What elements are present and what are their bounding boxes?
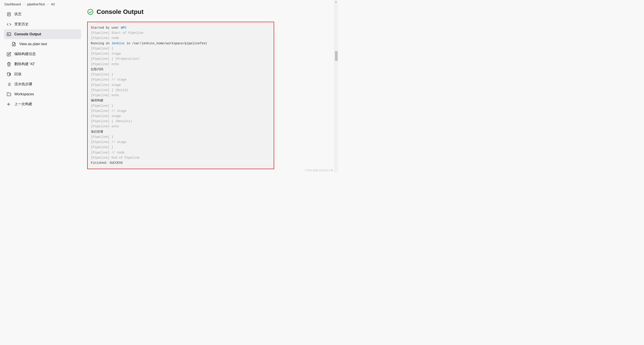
- console-line: [Pipeline] }: [91, 145, 113, 149]
- redo-icon: [7, 72, 11, 77]
- console-line: [Pipeline] // stage: [91, 78, 126, 82]
- trash-icon: [7, 62, 11, 67]
- success-check-icon: [87, 9, 94, 15]
- console-line: [Pipeline] echo: [91, 94, 119, 97]
- sidebar-item-label: 删除构建 '#2': [14, 62, 35, 67]
- sidebar-item-label: 流水线步骤: [14, 82, 32, 87]
- sidebar-item-delete-build[interactable]: 删除构建 '#2': [4, 59, 81, 69]
- console-line: Running on: [91, 42, 111, 45]
- node-link[interactable]: Jenkins: [111, 42, 124, 45]
- folder-icon: [7, 92, 11, 96]
- console-line-finished: Finished: SUCCESS: [91, 161, 123, 165]
- console-line: [Pipeline] // stage: [91, 109, 126, 113]
- scrollbar-vertical[interactable]: ▴: [334, 0, 338, 173]
- console-line: [Pipeline] { (Build): [91, 88, 128, 92]
- main-content: Console Output Started by user WPC [Pipe…: [83, 8, 336, 173]
- svg-point-16: [88, 9, 93, 14]
- console-line: [Pipeline] }: [91, 104, 113, 108]
- console-line: [Pipeline] node: [91, 36, 119, 40]
- console-line: [Pipeline] }: [91, 135, 113, 139]
- console-line: Started by user: [91, 26, 121, 30]
- console-line: 编译构建: [91, 99, 103, 102]
- breadcrumb-item-job[interactable]: pipelineTest: [27, 2, 45, 6]
- console-line: [Pipeline] { (Results): [91, 120, 132, 123]
- sidebar-item-label: 回放: [14, 72, 22, 77]
- console-output-box: Started by user WPC [Pipeline] Start of …: [87, 22, 274, 169]
- sidebar-item-workspaces[interactable]: Workspaces: [4, 89, 81, 99]
- breadcrumb-item-build[interactable]: #2: [51, 2, 55, 6]
- terminal-icon: [7, 32, 11, 37]
- console-line: [Pipeline] echo: [91, 63, 119, 66]
- user-link[interactable]: WPC: [121, 26, 126, 30]
- list-icon: [7, 82, 11, 87]
- sidebar: 状态 变更历史 Console Output View as plain tex…: [2, 8, 83, 173]
- chevron-right-icon: ›: [48, 3, 48, 6]
- chevron-right-icon: ›: [24, 3, 24, 6]
- console-line: [Pipeline] // stage: [91, 140, 126, 144]
- console-line: [Pipeline] Start of Pipeline: [91, 31, 143, 35]
- sidebar-item-label: 状态: [14, 12, 22, 17]
- sidebar-item-previous-build[interactable]: 上一次构建: [4, 99, 81, 109]
- code-icon: [7, 22, 11, 27]
- console-line: [Pipeline] echo: [91, 125, 119, 128]
- console-line: [Pipeline] stage: [91, 83, 121, 87]
- arrow-left-icon: [7, 102, 11, 107]
- console-line: [Pipeline] stage: [91, 52, 121, 56]
- console-line: [Pipeline] End of Pipeline: [91, 156, 140, 160]
- sidebar-item-status[interactable]: 状态: [4, 9, 81, 19]
- edit-icon: [7, 52, 11, 56]
- scroll-up-arrow-icon[interactable]: ▴: [336, 1, 336, 3]
- sidebar-item-changes[interactable]: 变更历史: [4, 19, 81, 29]
- console-line: [Pipeline] {: [91, 47, 113, 50]
- sidebar-item-replay[interactable]: 回放: [4, 69, 81, 79]
- file-text-icon: [7, 12, 11, 17]
- sidebar-item-pipeline-steps[interactable]: 流水线步骤: [4, 79, 81, 89]
- breadcrumb: Dashboard › pipelineTest › #2: [0, 0, 338, 8]
- sidebar-item-edit-build[interactable]: 编辑构建信息: [4, 49, 81, 59]
- sidebar-item-console-output[interactable]: Console Output: [4, 29, 81, 39]
- console-line: 拉取代码: [91, 68, 103, 71]
- sidebar-item-label: View as plain text: [19, 42, 47, 46]
- file-icon: [12, 42, 16, 46]
- console-line: [Pipeline] stage: [91, 114, 121, 118]
- console-line: in /var/jenkins_home/workspace/pipelineT…: [124, 42, 207, 45]
- console-line: [Pipeline] { (Preparation): [91, 57, 140, 61]
- sidebar-item-view-plain-text[interactable]: View as plain text: [4, 39, 81, 49]
- console-line: 项目部署: [91, 130, 103, 134]
- console-line: [Pipeline] }: [91, 73, 113, 76]
- breadcrumb-item-dashboard[interactable]: Dashboard: [4, 2, 21, 6]
- sidebar-item-label: 变更历史: [14, 22, 28, 27]
- console-line: [Pipeline] // node: [91, 151, 124, 154]
- scrollbar-thumb[interactable]: [335, 51, 338, 61]
- sidebar-item-label: 编辑构建信息: [14, 52, 36, 56]
- svg-rect-4: [7, 33, 11, 36]
- sidebar-item-label: Console Output: [14, 32, 41, 36]
- sidebar-item-label: 上一次构建: [14, 102, 32, 107]
- page-title: Console Output: [96, 8, 144, 16]
- sidebar-item-label: Workspaces: [14, 92, 34, 96]
- watermark-text: CSDN @努力成长的小客: [305, 169, 333, 172]
